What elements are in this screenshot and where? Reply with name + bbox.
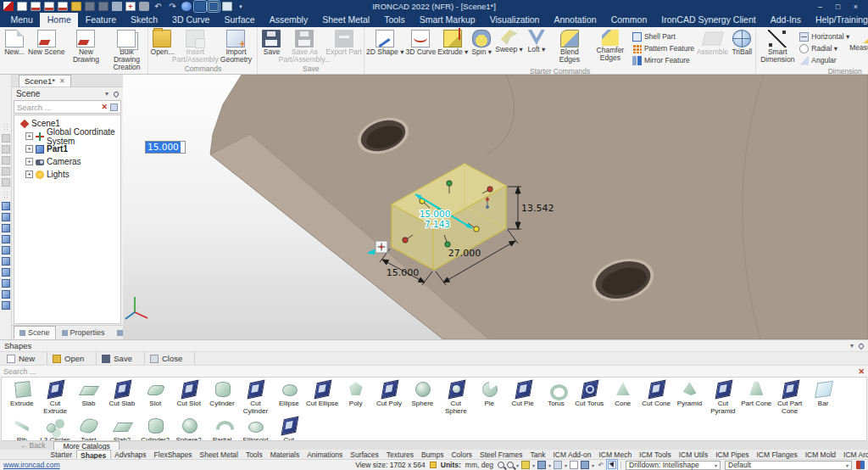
more-catalogs-button[interactable]: More Catalogs <box>53 441 119 450</box>
catalog-tab-animations[interactable]: Animations <box>303 450 347 459</box>
close-tab-icon[interactable]: ✕ <box>59 77 65 85</box>
smart-dimension-button[interactable]: Smart Dimension <box>757 28 798 64</box>
spin-button[interactable]: Spin ▾ <box>469 28 494 56</box>
assemble-button[interactable]: Assemble <box>696 28 729 56</box>
menu-3d-curve[interactable]: 3D Curve <box>165 13 217 27</box>
style-dropdown[interactable]: Default▾ <box>725 461 852 470</box>
catalog-tab-icm-mold[interactable]: ICM Mold <box>801 450 839 459</box>
catalog-item-sphere2[interactable]: Sphere2 <box>172 416 205 441</box>
catalog-item-l3-circles[interactable]: L3 Circles <box>38 416 71 441</box>
catalog-item-cut-ellipsoid[interactable]: Cut Ellipsoid <box>272 416 305 441</box>
camera-icon[interactable] <box>139 2 149 11</box>
catalog-item-poly[interactable]: Poly <box>339 379 372 416</box>
toolbar-grip[interactable] <box>3 123 8 130</box>
back-button[interactable]: ←Back <box>15 441 50 450</box>
render-icon[interactable] <box>181 2 192 11</box>
qat-more-icon[interactable]: ▾ <box>236 2 246 11</box>
catalog-item-cut-pyramid[interactable]: Cut Pyramid <box>706 379 739 416</box>
catalog-item-sphere[interactable]: Sphere <box>406 379 439 416</box>
handle-red-left[interactable] <box>403 238 408 243</box>
catalog-tab-tools[interactable]: Tools <box>242 450 266 459</box>
expand-icon[interactable]: + <box>25 145 33 153</box>
restore-button[interactable]: □ <box>829 3 847 11</box>
menu-add-ins[interactable]: Add-Ins <box>763 13 808 27</box>
menu-assembly[interactable]: Assembly <box>262 13 315 27</box>
print-icon[interactable] <box>98 2 108 11</box>
browser-tab-properties[interactable]: Properties <box>56 326 111 339</box>
tree-item-lights[interactable]: +Lights <box>14 168 120 181</box>
menu-tools[interactable]: Tools <box>377 13 413 27</box>
minimize-button[interactable]: – <box>811 3 829 11</box>
new-scene-icon[interactable] <box>31 2 41 11</box>
catalog-search-input[interactable] <box>3 367 858 376</box>
catalog-tab-icm-pipes[interactable]: ICM Pipes <box>712 450 753 459</box>
catalog-item-cylinder[interactable]: Cylinder <box>205 379 238 416</box>
select-cursor-icon[interactable] <box>608 461 616 469</box>
close-button[interactable]: × <box>847 3 865 11</box>
view-front-icon[interactable] <box>2 213 10 221</box>
new-drawing-icon[interactable] <box>44 2 54 11</box>
pattern-feature-button[interactable]: Pattern Feature <box>632 42 694 54</box>
view-left-icon[interactable] <box>2 235 10 243</box>
pan-view-icon[interactable] <box>554 461 562 469</box>
browser-tab-scene[interactable]: Scene <box>14 326 56 339</box>
catalog-tab-colors[interactable]: Colors <box>448 450 476 459</box>
catalog-item-cut-ellipse[interactable]: Cut Ellipse <box>306 379 339 416</box>
new-button[interactable]: New... <box>2 28 27 56</box>
catalog-item-extrude[interactable]: Extrude <box>5 379 38 416</box>
catalog-item-rib[interactable]: Rib <box>5 416 38 441</box>
drilldown-dropdown[interactable]: Drilldown: Intellishape▾ <box>626 461 721 470</box>
snapshot-icon[interactable] <box>195 2 205 11</box>
render-hidden-edges-icon[interactable] <box>2 156 10 165</box>
viewport-3d[interactable]: 15.000 7.143 <box>123 75 868 339</box>
insert-part-assembly-button[interactable]: Insert Part/Assembly <box>175 28 215 64</box>
catalog-tab-advshaps[interactable]: Advshaps <box>111 450 150 459</box>
tree-item-cameras[interactable]: +Cameras <box>14 155 120 168</box>
catalog-item-torus[interactable]: Torus <box>539 379 572 416</box>
view-trimetric-icon[interactable] <box>2 279 10 288</box>
zoom-window-icon[interactable] <box>507 462 514 468</box>
catalog-item-cut-slot[interactable]: Cut Slot <box>172 379 205 416</box>
catalog-item-cut-sphere[interactable]: Cut Sphere <box>439 379 472 416</box>
measurement-button[interactable]: Measurement <box>851 28 868 52</box>
menu-annotation[interactable]: Annotation <box>547 13 604 27</box>
render-wireframe-icon[interactable] <box>2 145 10 154</box>
bulk-drawing-icon[interactable] <box>58 2 68 11</box>
save-icon[interactable] <box>85 2 95 11</box>
catalog-tab-starter[interactable]: Starter <box>47 450 76 459</box>
view-back-icon[interactable] <box>2 224 10 232</box>
catalog-clear-search-icon[interactable]: ✕ <box>858 367 865 376</box>
new-drawing-button[interactable]: New Drawing <box>65 28 106 64</box>
expand-icon[interactable]: + <box>25 158 33 165</box>
clear-search-icon[interactable]: ✕ <box>101 103 108 111</box>
menu-home[interactable]: Home <box>40 13 78 27</box>
scene-search-input[interactable] <box>17 103 98 112</box>
view-iso-icon[interactable] <box>2 202 10 210</box>
dimension-edit-value[interactable]: 15.000 <box>146 142 181 153</box>
open-button[interactable]: Open... <box>149 28 175 56</box>
catalog-tab-icm-tools[interactable]: ICM Tools <box>636 450 676 459</box>
horizontal-button[interactable]: Horizontal ▾ <box>799 31 849 42</box>
chamfer-edges-button[interactable]: Chamfer Edges <box>590 28 631 62</box>
filter-icon[interactable] <box>110 104 118 111</box>
render-facets-icon[interactable] <box>2 167 10 176</box>
workspace-icon[interactable] <box>856 461 865 469</box>
save-catalog-button[interactable]: Save <box>97 352 145 365</box>
catalog-item-cut-pie[interactable]: Cut Pie <box>506 379 539 416</box>
catalog-tab-bumps[interactable]: Bumps <box>417 450 447 459</box>
catalog-item-pie[interactable]: Pie <box>472 379 505 416</box>
previous-view-icon[interactable]: ↶ <box>597 461 605 469</box>
catalog-item-ellipse[interactable]: Ellipse <box>272 379 305 416</box>
catalog-item-cylinder2[interactable]: Cylinder2 <box>139 416 172 441</box>
view-right-icon[interactable] <box>2 246 10 255</box>
catalog-item-cut-cylinder[interactable]: Cut Cylinder <box>239 379 272 416</box>
radial-button[interactable]: Radial ▾ <box>799 42 849 54</box>
open-icon[interactable] <box>71 2 81 11</box>
view-dimetric-icon[interactable] <box>2 290 10 299</box>
dimension-edit-box[interactable]: 15.000 <box>145 141 186 154</box>
handle-yellow-right[interactable] <box>474 227 479 232</box>
scene-search[interactable]: ✕ <box>14 100 121 114</box>
document-tab-scene1[interactable]: Scene1* ✕ <box>19 75 71 87</box>
redo-icon[interactable]: ↷ <box>167 2 178 11</box>
menu-common[interactable]: Common <box>604 13 654 27</box>
